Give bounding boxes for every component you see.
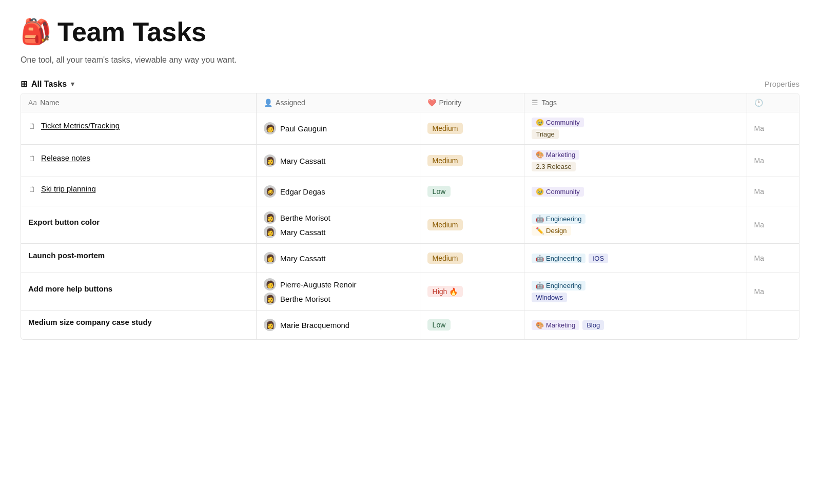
- task-name[interactable]: Medium size company case study: [28, 318, 152, 326]
- col-header-date[interactable]: 🕐: [747, 93, 799, 112]
- tag-badge[interactable]: Triage: [532, 129, 558, 139]
- task-name[interactable]: Release notes: [41, 153, 90, 162]
- assignee-row: 🧔Edgar Degas: [264, 185, 412, 198]
- priority-badge: Low: [427, 186, 451, 197]
- table-body: 🗒Ticket Metrics/Tracking🧑Paul GauguinMed…: [21, 112, 799, 340]
- tags-cell-4: 🤖 EngineeringiOS: [524, 244, 747, 273]
- assignee-row: 👩Berthe Morisot: [264, 293, 412, 305]
- date-value: Ma: [747, 151, 799, 170]
- tags-cell-3: 🤖 Engineering✏️ Design: [524, 206, 747, 244]
- table-row[interactable]: 🗒Ski trip planning🧔Edgar DegasLow🥹 Commu…: [21, 177, 799, 206]
- task-name[interactable]: Launch post-mortem: [28, 251, 105, 260]
- table-header: Aa Name 👤 Assigned ❤️ Priority: [21, 93, 799, 112]
- assigned-cell-1: 👩Mary Cassatt: [257, 145, 420, 177]
- priority-badge: Medium: [427, 155, 463, 166]
- view-selector[interactable]: ⊞ All Tasks ▾: [21, 79, 74, 89]
- col-header-name[interactable]: Aa Name: [21, 93, 257, 112]
- tag-badge[interactable]: 🤖 Engineering: [532, 281, 585, 290]
- name-cell-5: Add more help buttons: [21, 273, 257, 311]
- tasks-table-container: Aa Name 👤 Assigned ❤️ Priority: [21, 93, 799, 340]
- tags-cell-1: 🎨 Marketing2.3 Release: [524, 145, 747, 177]
- avatar: 🧑: [264, 278, 276, 290]
- tag-badge[interactable]: ✏️ Design: [532, 226, 571, 236]
- avatar: 👩: [264, 252, 276, 264]
- page-description: One tool, all your team's tasks, viewabl…: [21, 55, 799, 65]
- date-value: Ma: [747, 119, 799, 138]
- priority-cell-6: Low: [420, 311, 524, 340]
- name-cell-6: Medium size company case study: [21, 311, 257, 340]
- name-cell-4: Launch post-mortem: [21, 244, 257, 273]
- avatar: 👩: [264, 226, 276, 238]
- priority-badge: Medium: [427, 253, 463, 264]
- assignee-row: 👩Mary Cassatt: [264, 154, 412, 167]
- date-cell-1: Ma: [747, 145, 799, 177]
- date-cell-6: [747, 311, 799, 340]
- page-title: Team Tasks: [57, 16, 206, 47]
- date-value: Ma: [747, 249, 799, 267]
- assignee-name: Edgar Degas: [280, 187, 325, 196]
- avatar: 👩: [264, 293, 276, 305]
- priority-badge: Medium: [427, 219, 463, 230]
- table-row[interactable]: 🗒Release notes👩Mary CassattMedium🎨 Marke…: [21, 145, 799, 177]
- doc-icon: 🗒: [28, 154, 36, 163]
- assignee-name: Berthe Morisot: [280, 295, 330, 303]
- tag-badge[interactable]: 🥹 Community: [532, 118, 583, 127]
- table-row[interactable]: 🗒Ticket Metrics/Tracking🧑Paul GauguinMed…: [21, 112, 799, 145]
- assignee-row: 👩Mary Cassatt: [264, 252, 412, 264]
- assigned-cell-2: 🧔Edgar Degas: [257, 177, 420, 206]
- avatar: 👩: [264, 154, 276, 167]
- name-col-icon: Aa: [28, 99, 37, 107]
- assignee-name: Mary Cassatt: [280, 228, 325, 237]
- priority-cell-1: Medium: [420, 145, 524, 177]
- tag-badge[interactable]: iOS: [589, 254, 608, 263]
- table-row[interactable]: Export button color👩Berthe Morisot👩Mary …: [21, 206, 799, 244]
- properties-button[interactable]: Properties: [765, 80, 799, 88]
- date-col-icon: 🕐: [754, 99, 763, 107]
- page-emoji: 🎒: [21, 20, 51, 44]
- chevron-down-icon: ▾: [71, 80, 74, 88]
- tags-col-icon: ☰: [532, 99, 538, 107]
- table-row[interactable]: Add more help buttons🧑Pierre-Auguste Ren…: [21, 273, 799, 311]
- assignee-name: Berthe Morisot: [280, 214, 330, 222]
- name-col-label: Name: [40, 99, 59, 107]
- assigned-cell-5: 🧑Pierre-Auguste Renoir👩Berthe Morisot: [257, 273, 420, 311]
- tag-badge[interactable]: 🤖 Engineering: [532, 214, 585, 224]
- tasks-table: Aa Name 👤 Assigned ❤️ Priority: [21, 93, 799, 339]
- tag-badge[interactable]: 🥹 Community: [532, 187, 583, 197]
- date-cell-2: Ma: [747, 177, 799, 206]
- tags-cell-5: 🤖 EngineeringWindows: [524, 273, 747, 311]
- priority-cell-0: Medium: [420, 112, 524, 145]
- col-header-assigned[interactable]: 👤 Assigned: [257, 93, 420, 112]
- task-name[interactable]: Add more help buttons: [28, 284, 112, 293]
- assignee-row: 🧑Pierre-Auguste Renoir: [264, 278, 412, 290]
- assigned-col-icon: 👤: [264, 99, 272, 107]
- name-cell-0: 🗒Ticket Metrics/Tracking: [21, 112, 257, 145]
- date-cell-5: Ma: [747, 273, 799, 311]
- date-cell-3: Ma: [747, 206, 799, 244]
- col-header-tags[interactable]: ☰ Tags: [524, 93, 747, 112]
- priority-badge: Medium: [427, 123, 463, 134]
- avatar: 👩: [264, 211, 276, 224]
- view-label-text: All Tasks: [31, 80, 67, 89]
- priority-col-label: Priority: [439, 99, 462, 107]
- assignee-name: Pierre-Auguste Renoir: [280, 280, 356, 289]
- col-header-priority[interactable]: ❤️ Priority: [420, 93, 524, 112]
- task-name[interactable]: Ticket Metrics/Tracking: [41, 121, 120, 130]
- table-row[interactable]: Medium size company case study👩Marie Bra…: [21, 311, 799, 340]
- table-row[interactable]: Launch post-mortem👩Mary CassattMedium🤖 E…: [21, 244, 799, 273]
- task-name[interactable]: Ski trip planning: [41, 184, 96, 193]
- priority-badge: Low: [427, 319, 451, 331]
- tag-badge[interactable]: 🎨 Marketing: [532, 320, 579, 330]
- name-cell-1: 🗒Release notes: [21, 145, 257, 177]
- task-name[interactable]: Export button color: [28, 218, 100, 226]
- assignee-row: 👩Marie Bracquemond: [264, 319, 412, 331]
- priority-col-icon: ❤️: [427, 99, 436, 107]
- date-cell-4: Ma: [747, 244, 799, 273]
- date-value: Ma: [747, 216, 799, 234]
- tag-badge[interactable]: 2.3 Release: [532, 162, 575, 171]
- tag-badge[interactable]: Windows: [532, 293, 567, 302]
- tag-badge[interactable]: 🎨 Marketing: [532, 150, 579, 160]
- tag-badge[interactable]: Blog: [582, 320, 604, 330]
- tags-cell-6: 🎨 MarketingBlog: [524, 311, 747, 340]
- tag-badge[interactable]: 🤖 Engineering: [532, 254, 585, 263]
